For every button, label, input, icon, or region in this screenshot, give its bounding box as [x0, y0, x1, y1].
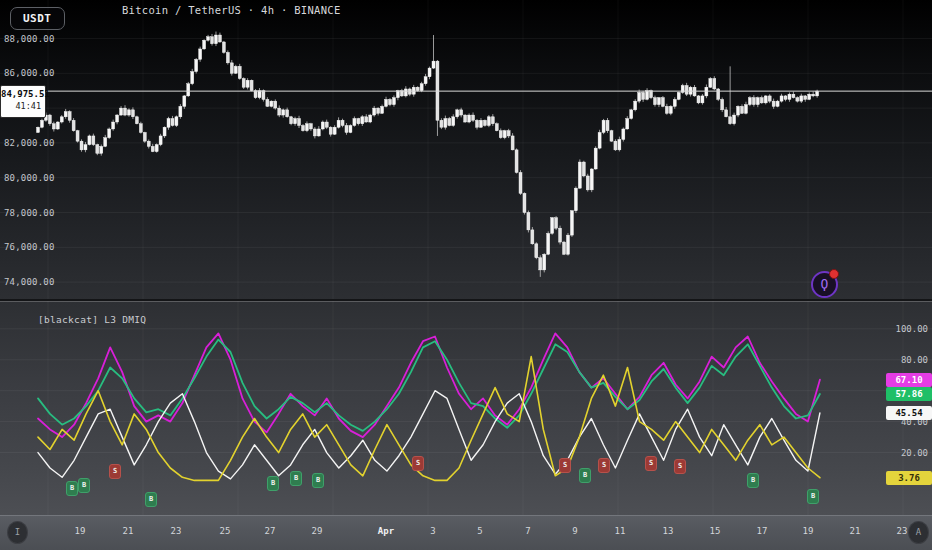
buy-signal-marker: B	[747, 473, 759, 488]
quote-currency-chip[interactable]: USDT	[10, 7, 65, 30]
time-scale-label: 17	[757, 526, 768, 536]
time-scale-label: 23	[171, 526, 182, 536]
indicator-scale-label: 100.00	[895, 324, 928, 334]
time-scale-label: 21	[123, 526, 134, 536]
time-scale-label: 29	[312, 526, 323, 536]
lightning-bolt-icon: Ϙ	[821, 276, 829, 291]
buy-signal-marker: B	[145, 492, 157, 507]
time-scale-label: 13	[663, 526, 674, 536]
time-scale-label: 3	[430, 526, 435, 536]
indicator-value-tag: 45.54	[886, 406, 932, 420]
sell-signal-marker: S	[559, 458, 571, 473]
price-scale-label: 82,000.00	[4, 138, 55, 148]
sell-signal-marker: S	[109, 464, 121, 479]
last-price-tag[interactable]: 84,975.51 41:41	[0, 85, 46, 118]
price-scale-label: 76,000.00	[4, 242, 55, 252]
sell-signal-marker: S	[674, 459, 686, 474]
indicator-title[interactable]: [blackcat] L3 DMIQ	[38, 314, 146, 325]
lightning-logo[interactable]: Ϙ	[811, 271, 838, 298]
indicator-value-tag: 57.86	[886, 387, 932, 401]
indicator-value-tag: 3.76	[886, 471, 932, 485]
sell-signal-marker: S	[412, 456, 424, 471]
buy-signal-marker: B	[579, 468, 591, 483]
buy-signal-marker: B	[267, 476, 279, 491]
time-scale-label: 21	[850, 526, 861, 536]
time-scale-label: 27	[265, 526, 276, 536]
auto-scroll-badge[interactable]: A	[909, 522, 928, 543]
time-axis[interactable]: 192123252729Apr357911131517192123 I A	[0, 515, 932, 550]
sell-signal-marker: S	[598, 458, 610, 473]
time-scale-label: 7	[525, 526, 530, 536]
buy-signal-marker: B	[66, 481, 78, 496]
price-scale-label: 80,000.00	[4, 173, 55, 183]
price-scale-label: 86,000.00	[4, 68, 55, 78]
last-price-value: 84,975.51	[1, 86, 45, 99]
price-scale-label: 78,000.00	[4, 208, 55, 218]
buy-signal-marker: B	[78, 478, 90, 493]
indicator-scale-label: 80.00	[901, 355, 928, 365]
buy-signal-marker: B	[312, 473, 324, 488]
price-scale-label: 88,000.00	[4, 34, 55, 44]
indicator-value-tag: 67.10	[886, 373, 932, 387]
time-scale-label: 23	[897, 526, 908, 536]
time-scale-label: 11	[615, 526, 626, 536]
time-scale-label: 5	[477, 526, 482, 536]
time-scale-label: 15	[710, 526, 721, 536]
buy-signal-marker: B	[807, 489, 819, 504]
price-scale-label: 74,000.00	[4, 277, 55, 287]
buy-signal-marker: B	[290, 471, 302, 486]
indicator-scale-label: 20.00	[901, 448, 928, 458]
time-scale-label: 9	[572, 526, 577, 536]
time-scale-label: Apr	[378, 526, 394, 536]
symbol-header: USDT	[0, 7, 65, 30]
pane-separator-highlight	[0, 301, 932, 302]
chart-window: USDT Bitcoin / TetherUS · 4h · BINANCE 8…	[0, 0, 932, 550]
time-axis-left-badge[interactable]: I	[8, 522, 27, 543]
time-scale-label: 25	[220, 526, 231, 536]
time-scale-label: 19	[803, 526, 814, 536]
sell-signal-marker: S	[645, 456, 657, 471]
notification-dot	[829, 269, 839, 279]
chart-canvas[interactable]	[0, 0, 932, 550]
time-scale-label: 19	[75, 526, 86, 536]
bar-countdown: 41:41	[1, 99, 45, 111]
